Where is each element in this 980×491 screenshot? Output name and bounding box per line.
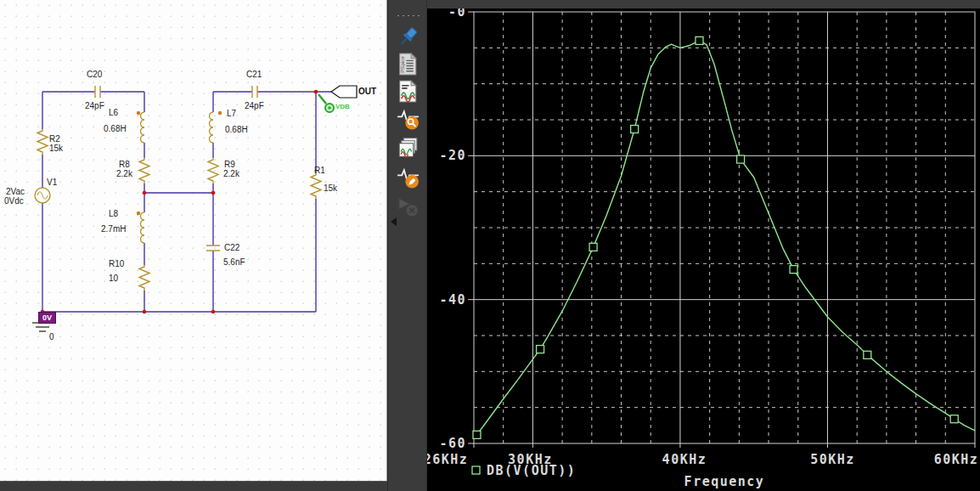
component-c22[interactable]: [206, 246, 220, 251]
component-r9[interactable]: [208, 158, 218, 183]
inductor-polarity-dots: [137, 111, 222, 215]
r10-value-label: 10: [109, 274, 118, 283]
c21-ref-label: C21: [246, 70, 262, 79]
out-port-label: OUT: [358, 87, 376, 96]
r9-value-label: 2.2k: [223, 169, 239, 178]
r2-ref-label: R2: [49, 134, 60, 144]
simulation-results-icon[interactable]: [396, 79, 420, 104]
pspice-netlist-icon[interactable]: PSpice: [396, 52, 420, 76]
vdb-probe-icon[interactable]: [318, 94, 334, 112]
schematic-canvas[interactable]: C20 24pF C21 24pF R2 15k L6 0.68H L7 0.6…: [0, 0, 387, 481]
component-v1[interactable]: [35, 188, 50, 203]
schematic-bottom-strip: [0, 481, 387, 491]
v1-dc-label: 0Vdc: [4, 196, 24, 206]
trace-marker: [950, 415, 958, 423]
y-tick-label: -20: [439, 148, 466, 163]
probe-plot-window[interactable]: 26KHz30KHz40KHz50KHz60KHz-0-20-40-60DB(V…: [427, 8, 980, 491]
pspice-toolbar: PSpice: [387, 0, 427, 491]
wire-net[interactable]: [42, 92, 331, 312]
component-c21[interactable]: [252, 86, 257, 98]
trace-marker: [864, 351, 871, 358]
x-axis-title: Frequency: [684, 474, 765, 489]
view-simulation-icon[interactable]: [396, 106, 420, 131]
component-l6[interactable]: [141, 112, 145, 143]
out-port[interactable]: [331, 86, 357, 98]
r9-ref-label: R9: [224, 160, 235, 169]
r2-value-label: 15k: [49, 144, 63, 153]
junction-dots: [41, 90, 318, 314]
component-r8[interactable]: [139, 158, 149, 183]
plot-window-top-border: [427, 0, 980, 8]
component-l8[interactable]: [141, 212, 145, 243]
y-tick-label: -0: [448, 8, 466, 20]
legend-label[interactable]: DB(V(OUT)): [487, 463, 576, 478]
simulation-windows-icon[interactable]: [396, 136, 420, 161]
v1-ac-label: 2Vac: [6, 187, 25, 196]
x-tick-label: 40KHz: [662, 452, 707, 467]
component-c20[interactable]: [95, 86, 100, 98]
trace-marker: [537, 346, 544, 353]
probe-plot[interactable]: 26KHz30KHz40KHz50KHz60KHz-0-20-40-60DB(V…: [427, 8, 980, 491]
c21-value-label: 24pF: [245, 101, 264, 110]
r1-value-label: 15k: [324, 183, 337, 193]
run-tools-icon-disabled: [396, 194, 420, 218]
r8-value-label: 2.2k: [116, 169, 132, 178]
svg-text:PSpice: PSpice: [399, 56, 405, 73]
trace-marker: [790, 266, 797, 274]
c22-ref-label: C22: [224, 243, 239, 252]
toolbar-collapse-arrow-icon[interactable]: [391, 217, 397, 226]
x-tick-label: 26KHz: [427, 452, 468, 467]
y-tick-label: -60: [439, 436, 466, 451]
r8-ref-label: R8: [119, 160, 130, 169]
c22-value-label: 5.6nF: [223, 257, 245, 267]
schematic-drawing: [0, 0, 386, 481]
plot-frame: [474, 12, 975, 443]
ground-label: 0: [49, 332, 54, 341]
l7-value-label: 0.68H: [225, 125, 248, 134]
y-tick-label: -40: [439, 292, 466, 308]
component-r2[interactable]: [37, 129, 48, 155]
l8-ref-label: L8: [109, 209, 118, 218]
vdb-probe-label: VDB: [335, 103, 350, 110]
x-tick-label: 60KHz: [934, 452, 979, 467]
component-r1[interactable]: [311, 173, 321, 199]
component-l7[interactable]: [210, 112, 214, 143]
toolbar-grip-handle[interactable]: [396, 14, 421, 17]
r10-ref-label: R10: [109, 259, 124, 268]
trace-marker: [589, 243, 597, 251]
component-r10[interactable]: [139, 265, 149, 291]
trace-marker: [473, 431, 481, 438]
l6-ref-label: L6: [109, 108, 118, 117]
edit-simulation-icon[interactable]: [396, 165, 420, 189]
c20-value-label: 24pF: [85, 101, 104, 110]
bias-voltage-badge: 0V: [38, 312, 56, 324]
x-tick-label: 50KHz: [810, 452, 855, 467]
trace-marker: [737, 155, 745, 163]
trace-db-vout[interactable]: [474, 41, 975, 438]
l7-ref-label: L7: [227, 109, 236, 118]
v1-ref-label: V1: [47, 178, 57, 187]
l6-value-label: 0.68H: [104, 124, 127, 133]
c20-ref-label: C20: [87, 70, 102, 79]
trace-marker: [631, 126, 639, 133]
legend-marker-icon[interactable]: [472, 466, 480, 474]
trace-marker: [696, 37, 703, 44]
l8-value-label: 2.7mH: [101, 224, 126, 234]
pin-icon[interactable]: [396, 25, 420, 49]
r1-ref-label: R1: [314, 166, 325, 175]
